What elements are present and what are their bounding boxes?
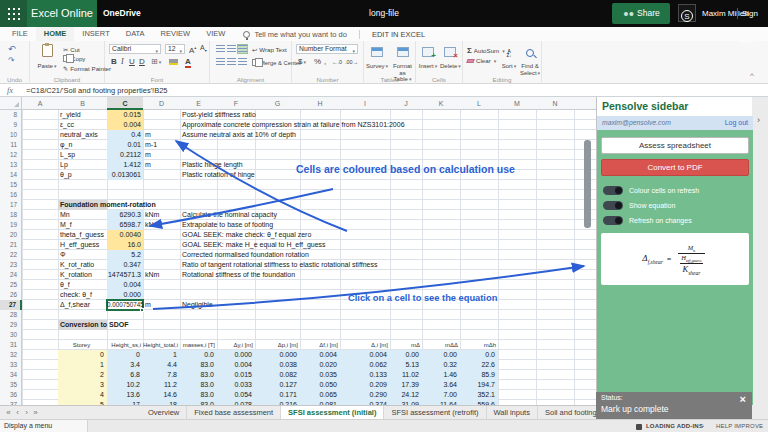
cell-D32[interactable]: 1	[143, 350, 177, 360]
column-header-K[interactable]: K	[422, 97, 460, 110]
logout-link[interactable]: Log out	[725, 116, 748, 130]
cell-D34[interactable]: 7.8	[143, 370, 177, 380]
cell-C35[interactable]: 10.2	[107, 380, 140, 390]
cell-B27[interactable]: Δ_f,shear	[60, 300, 90, 310]
cell-B8[interactable]: r_yield	[60, 110, 81, 120]
row-header-12[interactable]: 12	[0, 150, 22, 160]
cell-E20[interactable]: GOAL SEEK: make check: θ_f equal zero	[182, 230, 311, 240]
close-icon[interactable]: ×	[740, 393, 746, 405]
ribbon-tab-review[interactable]: REVIEW	[153, 27, 199, 41]
cell-F34[interactable]: 0.015	[217, 370, 252, 380]
cell-L35[interactable]: 194.7	[460, 380, 495, 390]
cell-D24[interactable]: kNm	[145, 270, 159, 280]
cell-B25[interactable]: θ_f	[60, 280, 70, 290]
cell-E14[interactable]: Plastic rotation of hinge	[182, 170, 255, 180]
row-header-23[interactable]: 23	[0, 260, 22, 270]
cell-C32[interactable]: 0	[107, 350, 140, 360]
cell-D10[interactable]: m	[145, 130, 151, 140]
next-sheet-icon[interactable]: ›	[22, 406, 31, 419]
table-header-F[interactable]: Δy,i [m]	[217, 340, 253, 350]
cell-E27[interactable]: Negligible	[182, 300, 213, 310]
row-header-29[interactable]: 29	[0, 320, 22, 330]
column-header-H[interactable]: H	[300, 97, 340, 110]
cell-H34[interactable]: 0.035	[300, 370, 337, 380]
row-header-9[interactable]: 9	[0, 120, 22, 130]
grid-vertical-scrollbar[interactable]	[584, 140, 591, 228]
cell-B24[interactable]: K_rotation	[60, 270, 92, 280]
table-header-H[interactable]: Δf,i [m]	[300, 340, 338, 350]
currency-icon[interactable]: $▾	[298, 57, 306, 67]
cell-E32[interactable]: 0.0	[180, 350, 214, 360]
bold-icon[interactable]: B	[111, 57, 117, 67]
find-select-button[interactable]: Find & Select▾	[519, 43, 541, 80]
cell-F36[interactable]: 0.054	[217, 390, 252, 400]
cell-L32[interactable]: 0.0	[460, 350, 495, 360]
undo-icon[interactable]: ↶	[8, 45, 16, 54]
cell-C34[interactable]: 6.8	[107, 370, 140, 380]
ribbon-tab-insert[interactable]: INSERT	[74, 27, 117, 41]
row-header-21[interactable]: 21	[0, 240, 22, 250]
row-header-33[interactable]: 33	[0, 360, 22, 370]
cell-B36[interactable]: 4	[58, 390, 104, 400]
row-header-28[interactable]: 28	[0, 310, 22, 320]
font-color-icon[interactable]: A	[185, 58, 191, 68]
cell-H33[interactable]: 0.020	[300, 360, 337, 370]
row-header-32[interactable]: 32	[0, 350, 22, 360]
cell-D27[interactable]: m	[145, 300, 151, 310]
cell-D12[interactable]: m	[145, 150, 151, 160]
column-header-A[interactable]: A	[22, 97, 58, 110]
cell-B17[interactable]: Foundation moment-rotation	[60, 200, 156, 210]
paste-button[interactable]: Paste▾	[34, 43, 60, 80]
cell-B32[interactable]: 0	[58, 350, 104, 360]
sort-button[interactable]: AZ↓ Sort▾	[501, 43, 517, 80]
cell-I33[interactable]: 0.062	[340, 360, 387, 370]
assess-spreadsheet-button[interactable]: Assess spreadsheet	[601, 137, 749, 154]
cell-B22[interactable]: Φ	[60, 250, 66, 260]
display-menu-button[interactable]: Display a menu	[0, 420, 88, 432]
cell-E33[interactable]: 83.0	[180, 360, 214, 370]
cell-E23[interactable]: Ratio of tangent rotational stiffness to…	[182, 260, 377, 270]
sheet-tab[interactable]: Wall inputs	[487, 406, 538, 419]
cell-E22[interactable]: Corrected normalised foundation rotation	[182, 250, 309, 260]
sheet-tab[interactable]: Fixed base assessment	[187, 406, 281, 419]
cell-L33[interactable]: 22.6	[460, 360, 495, 370]
app-launcher-waffle-icon[interactable]	[0, 0, 27, 27]
shrink-font-icon[interactable]: A▾	[200, 43, 207, 56]
format-painter-button[interactable]: ✎Format Painter	[63, 65, 111, 72]
prev-sheet-icon[interactable]: ‹	[13, 406, 22, 419]
ribbon-tab-view[interactable]: VIEW	[198, 27, 233, 41]
cell-B12[interactable]: L_sp	[60, 150, 75, 160]
table-header-B[interactable]: Storey	[58, 340, 105, 350]
cell-I35[interactable]: 0.209	[340, 380, 387, 390]
sheet-tab[interactable]: SFSI assessment (initial)	[281, 406, 384, 419]
row-header-30[interactable]: 30	[0, 330, 22, 340]
delete-cells-button[interactable]: Delete▾	[440, 43, 460, 80]
cell-E13[interactable]: Plastic hinge length	[182, 160, 243, 170]
cell-D19[interactable]: kNm	[145, 220, 159, 230]
align-middle-icon[interactable]	[227, 45, 236, 53]
row-header-18[interactable]: 18	[0, 210, 22, 220]
cell-B29[interactable]: Conversion to SDOF	[60, 320, 128, 330]
borders-icon[interactable]: ⊞▾	[151, 57, 161, 67]
align-left-icon[interactable]	[216, 58, 225, 66]
align-bottom-icon[interactable]	[238, 45, 247, 53]
cell-B19[interactable]: M_f	[60, 220, 72, 230]
cell-B9[interactable]: ε_cc	[60, 120, 74, 130]
row-header-34[interactable]: 34	[0, 370, 22, 380]
autosum-button[interactable]: ΣAutoSum▾	[467, 46, 505, 55]
last-sheet-icon[interactable]: »	[31, 406, 40, 419]
tell-me-box[interactable]: Tell me what you want to do	[254, 30, 347, 39]
cell-B18[interactable]: Mn	[60, 210, 70, 220]
table-header-G[interactable]: Δp,i [m]	[255, 340, 298, 350]
cell-G35[interactable]: 0.127	[255, 380, 297, 390]
comma-icon[interactable]: ,	[324, 57, 326, 67]
select-all-corner[interactable]	[0, 97, 22, 110]
ribbon-tab-home[interactable]: HOME	[36, 27, 75, 41]
toggle-switch[interactable]	[603, 216, 623, 225]
cell-F32[interactable]: 0.000	[217, 350, 252, 360]
share-button[interactable]: ☻☻Share	[612, 3, 670, 24]
sidebar-collapse-icon[interactable]: ›	[757, 115, 760, 125]
cell-C18[interactable]: 6290.3	[107, 210, 141, 220]
cell-E24[interactable]: Rotational stiffness of the foundation	[182, 270, 295, 280]
fill-color-icon[interactable]	[169, 59, 178, 65]
